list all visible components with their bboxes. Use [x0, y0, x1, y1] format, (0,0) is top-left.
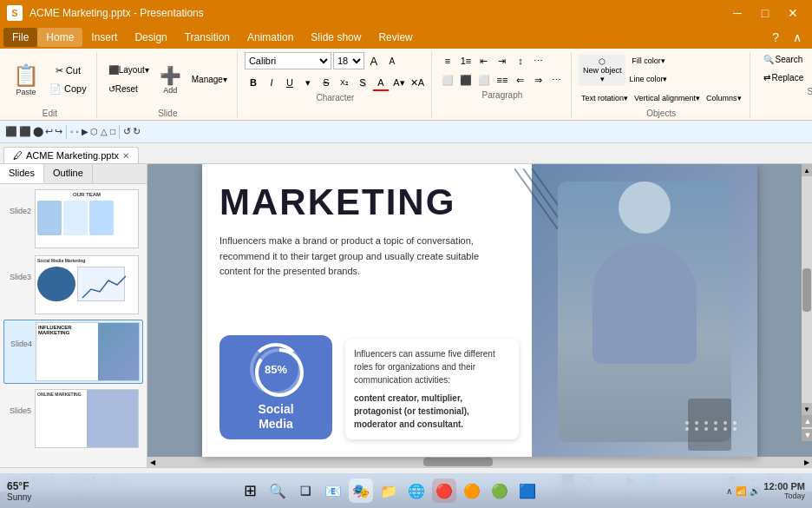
align-justify-button[interactable]: ≡≡	[494, 71, 511, 89]
qat-rotate-left[interactable]: ↺	[123, 126, 131, 137]
qat-icon-2: ⬛	[19, 126, 31, 137]
vscroll-up-arrow[interactable]: ▲	[802, 164, 812, 176]
increase-indent-button[interactable]: ⇥	[494, 52, 511, 69]
horizontal-scrollbar[interactable]: ◀ ▶	[147, 457, 812, 467]
task-view-button[interactable]: ❑	[293, 478, 318, 503]
slide-list: Slide2 OUR TEAM Slide3 Social Media Mark…	[0, 184, 147, 453]
help-icon[interactable]: ?	[765, 30, 786, 44]
menu-review[interactable]: Review	[370, 28, 421, 47]
subscript-button[interactable]: X₂	[336, 74, 353, 91]
qat-rotate-right[interactable]: ↻	[133, 126, 141, 137]
taskbar-mail[interactable]: 📧	[321, 478, 345, 503]
taskbar-app-green[interactable]: 🟢	[488, 478, 512, 503]
doc-tab-close-button[interactable]: ✕	[122, 151, 129, 161]
taskbar-app-red[interactable]: 🔴	[432, 478, 456, 503]
cut-button[interactable]: ✂ Cut	[45, 63, 91, 79]
line-spacing-button[interactable]: ↕	[512, 52, 529, 69]
qat-undo-icon[interactable]: ↩	[45, 126, 53, 137]
menu-design[interactable]: Design	[126, 28, 175, 47]
line-color-button[interactable]: Line color ▾	[626, 70, 670, 88]
vertical-align-button[interactable]: Vertical alignment ▾	[632, 89, 703, 107]
outline-tab[interactable]: Outline	[44, 164, 93, 183]
window-controls: ─ □ ✕	[725, 4, 805, 22]
search-taskbar-button[interactable]: 🔍	[265, 478, 290, 503]
search-button[interactable]: 🔍 Search	[757, 52, 809, 67]
underline-button[interactable]: U	[281, 74, 298, 91]
taskbar-presentations[interactable]: 🎭	[349, 478, 373, 503]
columns-button[interactable]: Columns ▾	[704, 89, 744, 107]
menu-home[interactable]: Home	[37, 28, 82, 47]
nav-prev-arrow[interactable]: ▲	[802, 415, 812, 427]
weather-temp: 65°F	[7, 480, 31, 492]
slide-item-2[interactable]: Slide2 OUR TEAM	[3, 188, 143, 250]
ltr-button[interactable]: ⇒	[530, 71, 547, 89]
shadow-button[interactable]: S	[354, 74, 371, 91]
clear-format-button[interactable]: ✕A	[409, 74, 426, 91]
font-color-button[interactable]: A	[372, 74, 390, 91]
vertical-scrollbar[interactable]: ▲ ▼ ▲ ▼	[802, 164, 812, 441]
paste-button[interactable]: 📋 Paste	[9, 61, 43, 99]
align-right-button[interactable]: ⬜	[475, 71, 493, 89]
font-size-increase[interactable]: A	[365, 52, 383, 69]
hscroll-left-arrow[interactable]: ◀	[147, 457, 158, 467]
slide-canvas[interactable]: MARKETING Influencers make a brand or pr…	[202, 164, 757, 457]
more-paragraph-button[interactable]: ⋯	[530, 52, 547, 69]
layout-button[interactable]: ⬛ Layout ▾	[104, 62, 154, 79]
tray-volume-icon[interactable]: 🔊	[750, 486, 760, 496]
highlight-button[interactable]: A▾	[390, 74, 408, 91]
tray-network-icon[interactable]: 📶	[736, 486, 746, 496]
close-button[interactable]: ✕	[781, 4, 805, 22]
taskbar-files[interactable]: 📁	[377, 478, 401, 503]
text-rotation-button[interactable]: Text rotation ▾	[579, 89, 631, 107]
decrease-indent-button[interactable]: ⇤	[475, 52, 493, 69]
hscroll-thumb[interactable]	[423, 458, 493, 466]
taskbar-app-orange[interactable]: 🟠	[460, 478, 484, 503]
clipboard-buttons: 📋 Paste ✂ Cut 📄 Copy	[9, 52, 91, 107]
italic-button[interactable]: I	[263, 74, 280, 91]
bold-button[interactable]: B	[245, 74, 262, 91]
align-left-button[interactable]: ⬜	[439, 71, 456, 89]
replace-button[interactable]: ⇄ Replace	[757, 70, 810, 85]
strikethrough-button[interactable]: S	[318, 74, 335, 91]
expand-icon[interactable]: ∧	[786, 30, 809, 44]
vscroll-down-arrow[interactable]: ▼	[802, 403, 812, 415]
minimize-button[interactable]: ─	[725, 4, 750, 22]
maximize-button[interactable]: □	[753, 4, 777, 22]
rtl-button[interactable]: ⇐	[512, 71, 529, 89]
menu-animation[interactable]: Animation	[239, 28, 302, 47]
qat-redo-icon[interactable]: ↪	[55, 126, 62, 137]
hscroll-right-arrow[interactable]: ▶	[802, 457, 812, 467]
nav-next-arrow[interactable]: ▼	[802, 429, 812, 441]
menu-file[interactable]: File	[3, 28, 37, 47]
underline-style-button[interactable]: ▾	[299, 74, 317, 91]
reset-button[interactable]: ↺ Reset	[104, 81, 142, 98]
menu-transition[interactable]: Transition	[176, 28, 239, 47]
thumb2-title: OUR TEAM	[36, 190, 138, 199]
qat-separator-2	[119, 125, 120, 139]
new-object-button[interactable]: ⬡ New object▾	[579, 55, 626, 86]
taskbar-browser[interactable]: 🌐	[404, 478, 429, 503]
start-button[interactable]: ⊞	[238, 478, 262, 503]
copy-button[interactable]: 📄 Copy	[45, 81, 91, 97]
slide-item-3[interactable]: Slide3 Social Media Marketing	[3, 254, 143, 316]
doc-tab-active[interactable]: 🖊 ACME Marketing.pptx ✕	[3, 147, 139, 163]
vscroll-thumb[interactable]	[802, 268, 811, 312]
add-button[interactable]: ➕ Add	[155, 63, 186, 97]
tray-expand-icon[interactable]: ∧	[726, 486, 732, 496]
slide-item-4[interactable]: Slide4 INFLUENCERMARKETING	[3, 320, 143, 384]
menu-slideshow[interactable]: Slide show	[302, 28, 370, 47]
more-align-button[interactable]: ⋯	[548, 71, 566, 89]
fill-color-button[interactable]: Fill color ▾	[626, 52, 670, 69]
font-size-decrease[interactable]: A	[383, 52, 401, 69]
menu-insert[interactable]: Insert	[82, 28, 126, 47]
font-name-select[interactable]: Calibri	[245, 52, 331, 69]
align-center-button[interactable]: ⬛	[457, 71, 475, 89]
slides-tab[interactable]: Slides	[0, 164, 44, 183]
unordered-list-button[interactable]: ≡	[439, 52, 456, 69]
taskbar-app-blue[interactable]: 🟦	[515, 478, 540, 503]
slide-item-5[interactable]: Slide5 ONLINE MARKETING	[3, 387, 143, 450]
font-size-select[interactable]: 18	[333, 52, 364, 69]
ordered-list-button[interactable]: 1≡	[457, 52, 475, 69]
clock-widget[interactable]: 12:00 PM Today	[763, 481, 805, 500]
manage-button[interactable]: Manage ▾	[187, 71, 232, 89]
